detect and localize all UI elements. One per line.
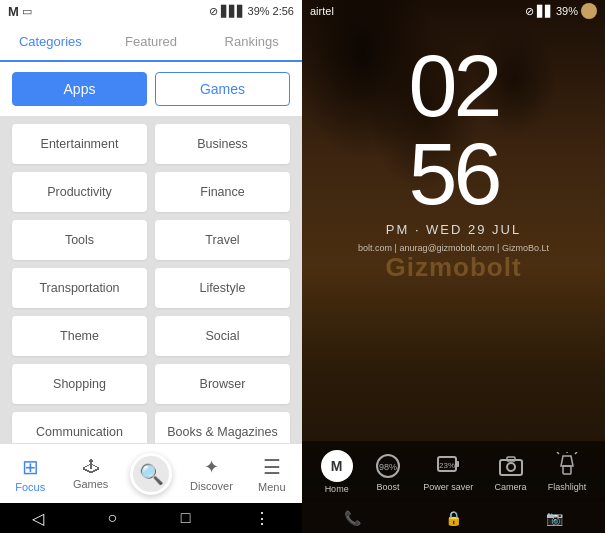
more-button[interactable]: ⋮ bbox=[254, 509, 270, 528]
camera-icon bbox=[497, 452, 525, 480]
search-icon: 🔍 bbox=[130, 453, 172, 495]
clock-display: 02 56 PM · WED 29 JUL bbox=[302, 22, 605, 237]
category-books[interactable]: Books & Magazines bbox=[155, 412, 290, 443]
right-lock-icon: 🔒 bbox=[445, 510, 462, 526]
tab-rankings[interactable]: Rankings bbox=[201, 22, 302, 62]
screen-icon: ▭ bbox=[22, 5, 32, 18]
nav-games[interactable]: 🕹 Games bbox=[60, 444, 120, 503]
tab-featured[interactable]: Featured bbox=[101, 22, 202, 62]
discover-icon: ✦ bbox=[204, 456, 219, 478]
category-business[interactable]: Business bbox=[155, 124, 290, 164]
games-toggle[interactable]: Games bbox=[155, 72, 290, 106]
nav-search[interactable]: 🔍 bbox=[121, 444, 181, 503]
system-nav-left: ◁ ○ □ ⋮ bbox=[0, 503, 302, 533]
left-panel: M ▭ ⊘ ▋▋▋ 39% 2:56 Categories Featured R… bbox=[0, 0, 302, 533]
category-theme[interactable]: Theme bbox=[12, 316, 147, 356]
games-icon: 🕹 bbox=[83, 458, 99, 476]
svg-marker-8 bbox=[561, 456, 573, 466]
category-shopping[interactable]: Shopping bbox=[12, 364, 147, 404]
rbar-boost[interactable]: 98% Boost bbox=[374, 452, 402, 492]
recents-button[interactable]: □ bbox=[181, 509, 191, 527]
right-camera-bottom-icon: 📷 bbox=[546, 510, 563, 526]
right-no-signal-icon: ⊘ bbox=[525, 5, 534, 18]
status-bar-left: M ▭ ⊘ ▋▋▋ 39% 2:56 bbox=[0, 0, 302, 22]
signal-bars-icon: ▋▋▋ bbox=[221, 5, 245, 18]
categories-grid: Entertainment Business Productivity Fina… bbox=[0, 116, 302, 443]
right-panel: airtel ⊘ ▋▋ 39% 02 56 PM · WED 29 JUL bo… bbox=[302, 0, 605, 533]
watermark: Gizmobolt bbox=[385, 251, 521, 282]
nav-focus[interactable]: ⊞ Focus bbox=[0, 444, 60, 503]
category-browser[interactable]: Browser bbox=[155, 364, 290, 404]
clock-hour: 02 bbox=[302, 42, 605, 130]
clock-period: PM · WED 29 JUL bbox=[302, 222, 605, 237]
right-carrier: airtel bbox=[310, 5, 334, 17]
svg-text:23%: 23% bbox=[439, 461, 455, 470]
app-icon-m: M bbox=[8, 4, 19, 19]
category-travel[interactable]: Travel bbox=[155, 220, 290, 260]
flashlight-icon bbox=[553, 452, 581, 480]
svg-line-10 bbox=[557, 452, 559, 454]
category-tools[interactable]: Tools bbox=[12, 220, 147, 260]
focus-icon: ⊞ bbox=[22, 455, 39, 479]
tabs-bar: Categories Featured Rankings bbox=[0, 22, 302, 62]
svg-point-6 bbox=[507, 463, 515, 471]
right-battery: 39% bbox=[556, 5, 578, 17]
power-saver-icon: 23% bbox=[434, 452, 462, 480]
right-user-avatar bbox=[581, 3, 597, 19]
email-bar: bolt.com | anurag@gizmobolt.com | GizmoB… bbox=[302, 243, 605, 253]
home-icon: M bbox=[321, 450, 353, 482]
nav-menu[interactable]: ☰ Menu bbox=[242, 444, 302, 503]
clock-minute: 56 bbox=[302, 130, 605, 218]
svg-rect-3 bbox=[456, 461, 459, 467]
right-phone-icon: 📞 bbox=[344, 510, 361, 526]
toggle-row: Apps Games bbox=[0, 62, 302, 116]
right-status-bar: airtel ⊘ ▋▋ 39% bbox=[302, 0, 605, 22]
bottom-nav: ⊞ Focus 🕹 Games 🔍 ✦ Discover ☰ Menu bbox=[0, 443, 302, 503]
battery-text: 39% bbox=[248, 5, 270, 17]
rbar-camera[interactable]: Camera bbox=[495, 452, 527, 492]
signal-no-icon: ⊘ bbox=[209, 5, 218, 18]
apps-toggle[interactable]: Apps bbox=[12, 72, 147, 106]
home-button[interactable]: ○ bbox=[107, 509, 117, 527]
category-entertainment[interactable]: Entertainment bbox=[12, 124, 147, 164]
right-bottom-bar: M Home 98% Boost 23% Power saver bbox=[302, 441, 605, 503]
category-communication[interactable]: Communication bbox=[12, 412, 147, 443]
tab-categories[interactable]: Categories bbox=[0, 22, 101, 62]
svg-rect-9 bbox=[563, 466, 571, 474]
rbar-power-saver[interactable]: 23% Power saver bbox=[423, 452, 473, 492]
category-finance[interactable]: Finance bbox=[155, 172, 290, 212]
back-button[interactable]: ◁ bbox=[32, 509, 44, 528]
menu-icon: ☰ bbox=[263, 455, 281, 479]
svg-line-11 bbox=[575, 452, 577, 454]
category-social[interactable]: Social bbox=[155, 316, 290, 356]
category-lifestyle[interactable]: Lifestyle bbox=[155, 268, 290, 308]
right-system-nav: 📞 🔒 📷 bbox=[302, 503, 605, 533]
category-productivity[interactable]: Productivity bbox=[12, 172, 147, 212]
boost-icon: 98% bbox=[374, 452, 402, 480]
rbar-home[interactable]: M Home bbox=[321, 450, 353, 494]
category-transportation[interactable]: Transportation bbox=[12, 268, 147, 308]
nav-discover[interactable]: ✦ Discover bbox=[181, 444, 241, 503]
rbar-flashlight[interactable]: Flashlight bbox=[548, 452, 587, 492]
svg-text:98%: 98% bbox=[379, 462, 397, 472]
right-signal-icon: ▋▋ bbox=[537, 5, 553, 18]
time-display: 2:56 bbox=[273, 5, 294, 17]
